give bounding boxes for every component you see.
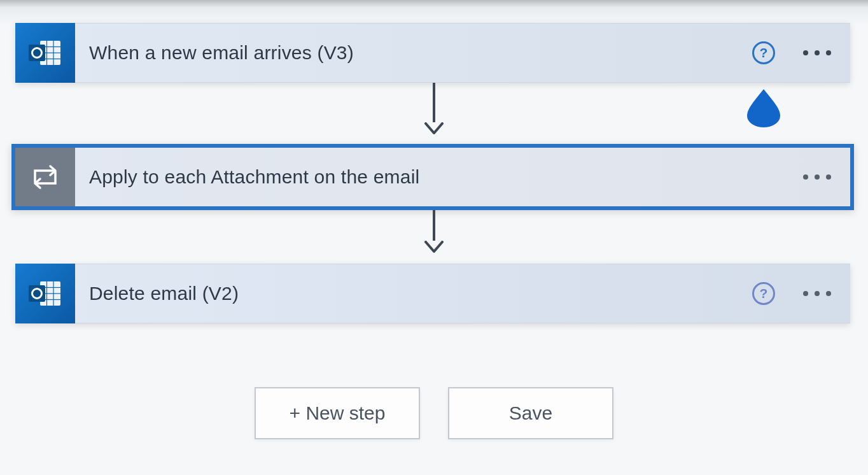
svg-rect-14 — [29, 285, 45, 302]
ellipsis-icon[interactable] — [802, 48, 832, 58]
ellipsis-icon[interactable] — [802, 172, 832, 182]
help-icon[interactable]: ? — [752, 41, 775, 64]
step-apply-to-each-attachment[interactable]: Apply to each Attachment on the email — [11, 144, 854, 210]
step-body: When a new email arrives (V3) ? — [75, 23, 850, 83]
button-label: + New step — [290, 402, 386, 424]
step-title: When a new email arrives (V3) — [89, 43, 354, 62]
designer-footer-buttons: + New step Save — [255, 387, 613, 439]
help-icon[interactable]: ? — [752, 282, 775, 305]
flow-connector-arrow — [424, 83, 444, 135]
step-actions: ? — [752, 41, 832, 64]
outlook-icon — [15, 23, 75, 83]
step-title: Delete email (V2) — [89, 284, 239, 303]
flow-connector-arrow — [424, 210, 444, 253]
apply-to-each-icon — [15, 148, 75, 206]
step-body: Apply to each Attachment on the email — [75, 148, 850, 206]
outlook-icon — [15, 264, 75, 323]
step-actions — [802, 172, 832, 182]
step-actions: ? — [752, 282, 832, 305]
step-trigger-email-arrives[interactable]: When a new email arrives (V3) ? — [15, 23, 850, 83]
touch-cursor-icon — [743, 87, 784, 127]
save-button[interactable]: Save — [448, 387, 613, 439]
button-label: Save — [509, 402, 552, 424]
new-step-button[interactable]: + New step — [255, 387, 420, 439]
flow-designer-canvas: When a new email arrives (V3) ? Apply to… — [0, 0, 868, 475]
ellipsis-icon[interactable] — [802, 288, 832, 299]
step-delete-email[interactable]: Delete email (V2) ? — [15, 264, 850, 323]
step-title: Apply to each Attachment on the email — [89, 167, 419, 187]
svg-rect-6 — [29, 45, 45, 61]
step-body: Delete email (V2) ? — [75, 264, 850, 323]
